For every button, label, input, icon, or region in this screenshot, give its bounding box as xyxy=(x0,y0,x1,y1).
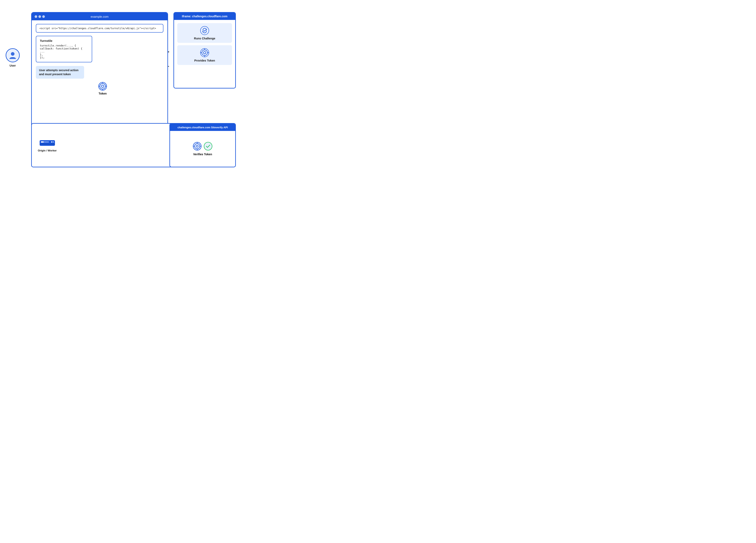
verifies-token-icon xyxy=(193,142,202,151)
iframe-window: Iframe: challenges.cloudflare.com Runs C… xyxy=(173,12,236,89)
provides-token-card: Provides Token xyxy=(177,45,232,65)
runs-challenge-label: Runs Challenge xyxy=(194,37,215,40)
script-tag-box: <script src="https://challenges.cloudfla… xyxy=(36,24,163,33)
user-section: User xyxy=(6,48,20,67)
browser-main-row: Turnstile turnstile.render(..., { callba… xyxy=(36,36,163,62)
svg-point-11 xyxy=(11,52,14,56)
turnstile-code-box: Turnstile turnstile.render(..., { callba… xyxy=(36,36,92,62)
svg-rect-32 xyxy=(40,144,55,144)
svg-point-30 xyxy=(51,141,52,143)
turnstile-title: Turnstile xyxy=(40,39,88,42)
avatar xyxy=(6,48,20,62)
siteverify-content: Verifies Token xyxy=(170,131,235,167)
svg-point-31 xyxy=(53,141,54,143)
dot-2 xyxy=(38,15,41,18)
browser-content: <script src="https://challenges.cloudfla… xyxy=(32,20,167,99)
user-label: User xyxy=(9,64,16,67)
svg-rect-27 xyxy=(40,140,55,146)
code-line-3: ... xyxy=(40,50,88,53)
browser-dots xyxy=(35,15,45,18)
browser-url: example.com xyxy=(91,15,108,18)
iframe-titlebar: Iframe: challenges.cloudflare.com xyxy=(174,13,235,20)
code-line-2: callback: function(token) { xyxy=(40,47,88,50)
provides-token-label: Provides Token xyxy=(194,59,215,62)
token-section: Token xyxy=(42,82,163,95)
svg-point-19 xyxy=(200,26,209,35)
dot-1 xyxy=(35,15,37,18)
runs-challenge-card: Runs Challenge xyxy=(177,23,232,43)
svg-rect-29 xyxy=(41,141,44,143)
origin-label: Origin / Worker xyxy=(38,149,57,152)
verifies-check-icon xyxy=(204,142,212,151)
provides-token-icon xyxy=(200,48,209,57)
diagram-container: Sitekey User xyxy=(0,0,241,173)
script-tag-text: <script src="https://challenges.cloudfla… xyxy=(39,27,156,30)
origin-section: Origin / Worker xyxy=(38,139,57,152)
dot-3 xyxy=(42,15,45,18)
code-line-5: }); xyxy=(40,56,88,59)
siteverify-title: challenges.cloudflare.com Siteverify API xyxy=(177,126,228,129)
server-icon xyxy=(39,139,55,148)
iframe-url: Iframe: challenges.cloudflare.com xyxy=(182,15,227,18)
browser-titlebar: example.com xyxy=(32,13,167,20)
user-action-text: User attempts secured action and must pr… xyxy=(39,69,78,76)
token-label: Token xyxy=(99,92,107,95)
verifies-label: Verifies Token xyxy=(193,153,212,156)
svg-point-52 xyxy=(204,142,212,150)
code-line-4: }, xyxy=(40,53,88,56)
user-action-box: User attempts secured action and must pr… xyxy=(36,66,84,79)
runs-challenge-icon xyxy=(200,26,209,35)
siteverify-titlebar: challenges.cloudflare.com Siteverify API xyxy=(170,124,235,131)
siteverify-window: challenges.cloudflare.com Siteverify API xyxy=(169,123,236,167)
iframe-content: Runs Challenge Provides Token xyxy=(174,20,235,68)
verifies-icons xyxy=(193,142,212,151)
code-line-1: turnstile.render(..., { xyxy=(40,44,88,47)
token-icon xyxy=(98,82,107,91)
browser-window: example.com <script src="https://challen… xyxy=(31,12,168,137)
